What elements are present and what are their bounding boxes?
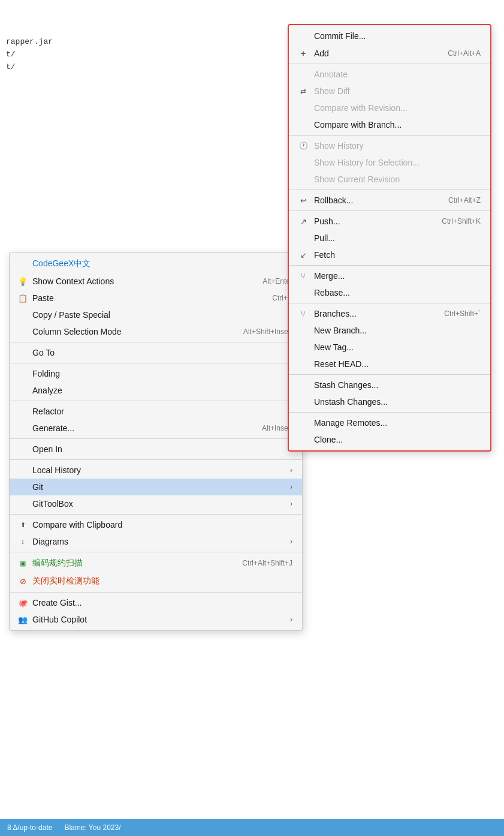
go-to-label: Go To: [32, 348, 290, 357]
menu-item-compare-clipboard[interactable]: ⬆ Compare with Clipboard: [10, 516, 302, 533]
menu-item-analyze[interactable]: Analyze ›: [10, 382, 302, 399]
code-scan-shortcut: Ctrl+Alt+Shift+J: [242, 559, 292, 567]
create-gist-icon: 🐙: [17, 599, 29, 608]
add-icon: +: [297, 48, 309, 58]
blame-status: Blame: You 2023/: [64, 823, 120, 832]
copy-paste-special-label: Copy / Paste Special: [32, 310, 290, 320]
submenu-item-show-diff[interactable]: ⇄ Show Diff: [289, 83, 490, 100]
code-scan-label: 编码规约扫描: [32, 558, 224, 569]
status-bar: 8 Δ/up-to-date Blame: You 2023/: [0, 819, 504, 836]
submenu-item-push[interactable]: ↗ Push... Ctrl+Shift+K: [289, 213, 490, 230]
show-history-icon: 🕐: [297, 142, 309, 150]
menu-item-create-gist[interactable]: 🐙 Create Gist...: [10, 594, 302, 611]
git-divider-5: [289, 265, 490, 266]
local-history-arrow: ›: [290, 466, 292, 474]
submenu-item-stash-changes[interactable]: Stash Changes...: [289, 377, 490, 393]
column-selection-shortcut: Alt+Shift+Insert: [243, 327, 292, 336]
submenu-item-fetch[interactable]: ↙ Fetch: [289, 246, 490, 263]
manage-remotes-label: Manage Remotes...: [314, 418, 481, 428]
merge-icon: ⑂: [297, 272, 309, 281]
git-status: 8 Δ/up-to-date: [7, 823, 52, 832]
code-scan-icon: ▣: [17, 560, 29, 567]
submenu-item-unstash-changes[interactable]: Unstash Changes...: [289, 393, 490, 410]
menu-item-local-history[interactable]: Local History ›: [10, 462, 302, 479]
github-copilot-arrow: ›: [290, 615, 292, 624]
git-divider-8: [289, 412, 490, 413]
menu-item-github-copilot[interactable]: 👥 GitHub Copilot ›: [10, 611, 302, 628]
divider-5: [10, 514, 302, 515]
submenu-item-rebase[interactable]: Rebase...: [289, 284, 490, 301]
rollback-shortcut: Ctrl+Alt+Z: [448, 196, 481, 205]
clone-label: Clone...: [314, 435, 481, 444]
menu-item-gittoolbox[interactable]: GitToolBox ›: [10, 495, 302, 512]
submenu-item-reset-head[interactable]: Reset HEAD...: [289, 356, 490, 372]
divider-goto: [10, 363, 302, 363]
gittoolbox-arrow: ›: [290, 500, 292, 508]
compare-clipboard-icon: ⬆: [17, 521, 29, 529]
git-divider-7: [289, 374, 490, 375]
submenu-item-pull[interactable]: Pull...: [289, 230, 490, 246]
new-tag-label: New Tag...: [314, 342, 481, 352]
diagrams-label: Diagrams: [32, 537, 290, 546]
submenu-item-branches[interactable]: ⑂ Branches... Ctrl+Shift+`: [289, 305, 490, 322]
add-shortcut: Ctrl+Alt+A: [448, 49, 481, 58]
show-history-selection-label: Show History for Selection...: [314, 158, 481, 167]
show-diff-icon: ⇄: [297, 87, 309, 95]
divider-4: [10, 459, 302, 460]
compare-branch-label: Compare with Branch...: [314, 120, 481, 130]
menu-item-copy-paste-special[interactable]: Copy / Paste Special ›: [10, 306, 302, 323]
git-divider-3: [289, 190, 490, 190]
submenu-item-compare-revision[interactable]: Compare with Revision...: [289, 100, 490, 116]
show-diff-label: Show Diff: [314, 86, 481, 96]
submenu-item-clone[interactable]: Clone...: [289, 431, 490, 448]
rollback-label: Rollback...: [314, 196, 436, 205]
editor-line-3: t/: [6, 61, 53, 74]
submenu-item-show-history-selection[interactable]: Show History for Selection...: [289, 154, 490, 171]
submenu-item-rollback[interactable]: ↩ Rollback... Ctrl+Alt+Z: [289, 192, 490, 209]
menu-item-codegeeX[interactable]: CodeGeeX中文 ›: [10, 255, 302, 273]
submenu-item-manage-remotes[interactable]: Manage Remotes...: [289, 414, 490, 431]
paste-label: Paste: [32, 293, 254, 303]
submenu-item-show-current-revision[interactable]: Show Current Revision: [289, 171, 490, 188]
paste-icon: 📋: [17, 294, 29, 303]
menu-item-show-context[interactable]: 💡 Show Context Actions Alt+Enter: [10, 273, 302, 290]
submenu-item-annotate[interactable]: Annotate: [289, 66, 490, 83]
submenu-item-compare-branch[interactable]: Compare with Branch...: [289, 116, 490, 133]
git-divider-2: [289, 135, 490, 136]
show-history-label: Show History: [314, 141, 481, 151]
divider-6: [10, 552, 302, 552]
menu-item-generate[interactable]: Generate... Alt+Insert: [10, 420, 302, 437]
branches-icon: ⑂: [297, 309, 309, 318]
submenu-item-commit-file[interactable]: Commit File...: [289, 28, 490, 44]
fetch-label: Fetch: [314, 250, 481, 260]
submenu-item-show-history[interactable]: 🕐 Show History: [289, 137, 490, 154]
folding-label: Folding: [32, 369, 290, 378]
submenu-item-merge[interactable]: ⑂ Merge...: [289, 267, 490, 284]
show-context-label: Show Context Actions: [32, 276, 245, 286]
menu-item-go-to[interactable]: Go To ›: [10, 344, 302, 361]
refactor-label: Refactor: [32, 407, 290, 416]
menu-item-folding[interactable]: Folding ›: [10, 365, 302, 382]
divider-2: [10, 401, 302, 401]
menu-item-refactor[interactable]: Refactor ›: [10, 403, 302, 420]
column-selection-label: Column Selection Mode: [32, 327, 225, 336]
menu-item-column-selection[interactable]: Column Selection Mode Alt+Shift+Insert: [10, 323, 302, 340]
menu-item-disable-realtime[interactable]: ⊘ 关闭实时检测功能: [10, 572, 302, 590]
editor-content: rapper.jar t/ t/: [6, 36, 53, 73]
git-arrow: ›: [290, 483, 292, 491]
disable-realtime-label: 关闭实时检测功能: [32, 576, 292, 587]
menu-item-diagrams[interactable]: ↕ Diagrams ›: [10, 533, 302, 550]
menu-item-code-scan[interactable]: ▣ 编码规约扫描 Ctrl+Alt+Shift+J: [10, 554, 302, 572]
menu-item-git[interactable]: Git ›: [10, 479, 302, 495]
editor-line-1: rapper.jar: [6, 36, 53, 49]
submenu-item-new-tag[interactable]: New Tag...: [289, 339, 490, 356]
push-shortcut: Ctrl+Shift+K: [442, 217, 481, 225]
menu-item-open-in[interactable]: Open In ›: [10, 441, 302, 458]
branches-label: Branches...: [314, 309, 432, 318]
submenu-item-add[interactable]: + Add Ctrl+Alt+A: [289, 44, 490, 62]
menu-item-paste[interactable]: 📋 Paste Ctrl+V: [10, 290, 302, 306]
open-in-label: Open In: [32, 444, 290, 454]
pull-label: Pull...: [314, 233, 481, 243]
push-label: Push...: [314, 216, 430, 226]
submenu-item-new-branch[interactable]: New Branch...: [289, 322, 490, 339]
